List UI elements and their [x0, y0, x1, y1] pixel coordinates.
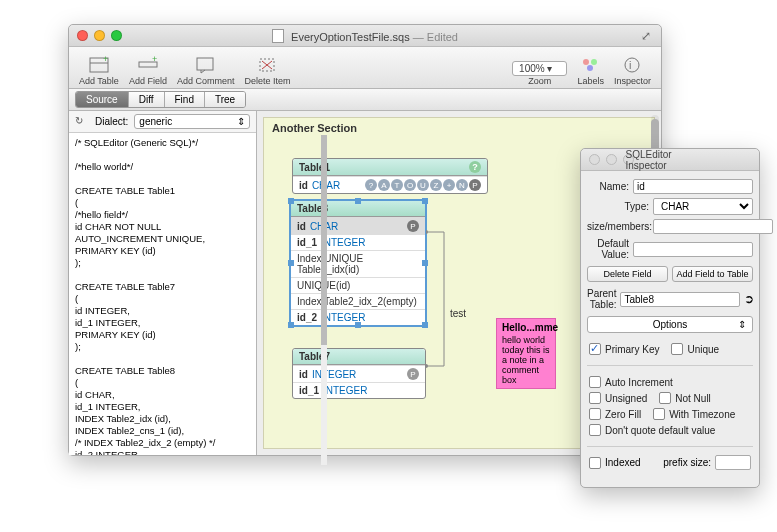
labels-icon — [580, 54, 602, 76]
zoom-window-button[interactable] — [111, 30, 122, 41]
delete-field-button[interactable]: Delete Field — [587, 266, 668, 282]
prefix-size-input[interactable] — [715, 455, 751, 470]
options-select[interactable]: Options⇕ — [587, 316, 753, 333]
index-row[interactable]: UNIQUE(id) — [291, 277, 425, 293]
svg-point-9 — [583, 59, 589, 65]
window-title: EveryOptionTestFile.sqs — Edited — [272, 29, 458, 43]
comment-box[interactable]: Hello...mme hello world today this is a … — [496, 318, 556, 389]
parent-label: Parent Table: — [587, 288, 616, 310]
svg-text:+: + — [152, 56, 157, 64]
tab-source[interactable]: Source — [76, 92, 129, 107]
default-label: Default Value: — [587, 238, 629, 260]
badge-icon: O — [404, 179, 416, 191]
index-row[interactable]: Index UNIQUE Table2_idx(id) — [291, 250, 425, 277]
add-field-button[interactable]: + Add Field — [125, 54, 171, 86]
table-table7[interactable]: Table7 id INTEGERP id_1 INTEGER — [292, 348, 426, 399]
table-table8[interactable]: Table8 id CHARP id_1 INTEGER Index UNIQU… — [290, 200, 426, 326]
primary-key-checkbox[interactable] — [589, 343, 601, 355]
refresh-icon[interactable]: ↻ — [75, 115, 89, 129]
help-icon[interactable]: ? — [469, 161, 481, 173]
fullscreen-icon[interactable]: ⤢ — [641, 29, 655, 43]
delete-item-icon — [256, 54, 278, 76]
tab-diff[interactable]: Diff — [129, 92, 165, 107]
svg-point-10 — [591, 59, 597, 65]
dont-quote-checkbox[interactable] — [589, 424, 601, 436]
svg-text:+: + — [103, 56, 108, 64]
auto-increment-checkbox[interactable] — [589, 376, 601, 388]
main-window: EveryOptionTestFile.sqs — Edited ⤢ + Add… — [68, 24, 662, 456]
inspector-icon: i — [621, 54, 643, 76]
not-null-checkbox[interactable] — [659, 392, 671, 404]
badge-icon: Z — [430, 179, 442, 191]
inspector-window: SQLEditor Inspector Name: Type:CHAR size… — [580, 148, 760, 488]
minimize-inspector-button[interactable] — [606, 154, 617, 165]
section-label: Another Section — [272, 122, 357, 134]
default-input[interactable] — [633, 242, 753, 257]
tab-find[interactable]: Find — [165, 92, 205, 107]
source-pane: ↻ Dialect: generic⇕ /* SQLEditor (Generi… — [69, 111, 257, 455]
add-table-icon: + — [88, 54, 110, 76]
sql-source[interactable]: /* SQLEditor (Generic SQL)*/ /*hello wor… — [69, 133, 256, 455]
svg-rect-5 — [197, 58, 213, 70]
tab-tree[interactable]: Tree — [205, 92, 245, 107]
svg-point-12 — [625, 58, 639, 72]
edited-label: Edited — [427, 31, 458, 43]
badge-icon: ? — [365, 179, 377, 191]
comment-body: hello world today this is a note in a co… — [502, 335, 550, 385]
titlebar: EveryOptionTestFile.sqs — Edited ⤢ — [69, 25, 661, 47]
badge-icon: N — [456, 179, 468, 191]
zoom-select[interactable]: 100% ▾ — [512, 61, 567, 76]
badge-icon: T — [391, 179, 403, 191]
view-tabs: Source Diff Find Tree — [69, 89, 661, 111]
add-field-icon: + — [137, 54, 159, 76]
delete-item-button[interactable]: Delete Item — [240, 54, 294, 86]
add-comment-icon — [195, 54, 217, 76]
field-id1[interactable]: id_1 INTEGER — [293, 382, 425, 398]
size-input[interactable] — [653, 219, 773, 234]
unsigned-checkbox[interactable] — [589, 392, 601, 404]
name-label: Name: — [587, 181, 629, 192]
with-timezone-checkbox[interactable] — [653, 408, 665, 420]
field-id[interactable]: id INTEGERP — [293, 365, 425, 382]
add-field-to-table-button[interactable]: Add Field to Table — [672, 266, 753, 282]
primary-key-icon: P — [469, 179, 481, 191]
name-input[interactable] — [633, 179, 753, 194]
unique-checkbox[interactable] — [671, 343, 683, 355]
field-id[interactable]: id CHARP — [291, 217, 425, 234]
svg-text:i: i — [629, 59, 631, 71]
type-select[interactable]: CHAR — [653, 198, 753, 215]
field-id1[interactable]: id_1 INTEGER — [291, 234, 425, 250]
badge-icon: + — [443, 179, 455, 191]
primary-key-icon: P — [407, 368, 419, 380]
main-toolbar: + Add Table + Add Field Add Comment Dele… — [69, 47, 661, 89]
add-comment-button[interactable]: Add Comment — [173, 54, 239, 86]
add-table-button[interactable]: + Add Table — [75, 54, 123, 86]
parent-input[interactable] — [620, 292, 740, 307]
source-scrollbar[interactable] — [321, 135, 327, 465]
dialect-label: Dialect: — [95, 116, 128, 127]
document-icon — [272, 29, 284, 43]
svg-point-11 — [587, 65, 593, 71]
window-filename: EveryOptionTestFile.sqs — [291, 31, 410, 43]
goto-parent-icon[interactable]: ➲ — [744, 292, 754, 306]
size-label: size/members: — [587, 221, 649, 232]
comment-title: Hello...mme — [502, 322, 550, 333]
inspector-title: SQLEditor Inspector — [626, 149, 715, 171]
prefix-size-label: prefix size: — [663, 457, 711, 468]
inspector-button[interactable]: i Inspector — [610, 54, 655, 86]
primary-key-icon: P — [407, 220, 419, 232]
dialect-select[interactable]: generic⇕ — [134, 114, 250, 129]
close-inspector-button[interactable] — [589, 154, 600, 165]
indexed-checkbox[interactable] — [589, 457, 601, 469]
type-label: Type: — [587, 201, 649, 212]
badge-icon: A — [378, 179, 390, 191]
labels-button[interactable]: Labels — [573, 54, 608, 86]
index-row[interactable]: Index Table2_idx_2(empty) — [291, 293, 425, 309]
zero-fill-checkbox[interactable] — [589, 408, 601, 420]
link-label: test — [450, 308, 466, 319]
close-window-button[interactable] — [77, 30, 88, 41]
minimize-window-button[interactable] — [94, 30, 105, 41]
svg-point-15 — [426, 364, 428, 368]
zoom-control: 100% ▾ Zoom — [508, 61, 571, 86]
badge-icon: U — [417, 179, 429, 191]
